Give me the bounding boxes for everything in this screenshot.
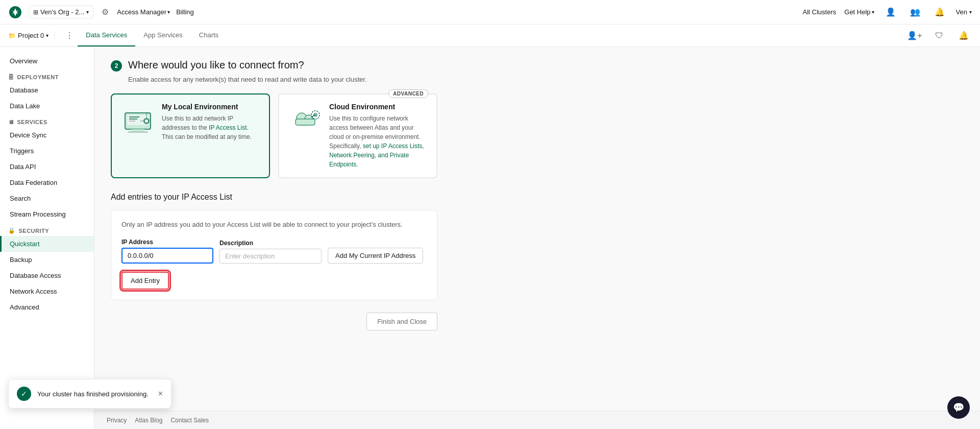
sidebar: Overview 🗄 Deployment Database Data Lake… bbox=[0, 47, 94, 343]
step-subtitle: Enable access for any network(s) that ne… bbox=[128, 76, 964, 83]
sidebar-item-triggers[interactable]: Triggers bbox=[0, 143, 94, 159]
local-env-illustration bbox=[120, 103, 156, 138]
ip-form-box: Only an IP address you add to your Acces… bbox=[111, 210, 437, 300]
sub-nav-tabs: Data Services App Services Charts bbox=[78, 25, 227, 46]
notifications-icon[interactable]: 🔔 bbox=[932, 4, 948, 20]
local-environment-card[interactable]: My Local Environment Use this to add net… bbox=[111, 93, 270, 178]
step-title: Where would you like to connect from? bbox=[128, 59, 304, 71]
bottom-actions: Finish and Close bbox=[111, 313, 437, 330]
ip-address-label: IP Address bbox=[121, 239, 213, 246]
sidebar-item-device-sync[interactable]: Device Sync bbox=[0, 127, 94, 143]
sidebar-item-data-api[interactable]: Data API bbox=[0, 159, 94, 175]
ip-access-list-link[interactable]: IP Access List. bbox=[209, 124, 249, 131]
deployment-icon: 🗄 bbox=[8, 74, 14, 80]
cloud-env-title: Cloud Environment bbox=[329, 103, 428, 111]
sub-navigation: 📁 Project 0 ▾ ⋮ Data Services App Servic… bbox=[0, 25, 980, 47]
svg-rect-6 bbox=[128, 131, 148, 133]
invite-user-icon[interactable]: 👥 bbox=[907, 4, 923, 20]
description-group: Description bbox=[219, 240, 322, 264]
sidebar-item-overview[interactable]: Overview bbox=[0, 53, 94, 69]
sidebar-item-database[interactable]: Database bbox=[0, 82, 94, 98]
user-profile-icon[interactable]: 👤 bbox=[883, 4, 899, 20]
top-navigation: ⊞ Ven's Org - 2... ▾ ⚙ Access Manager ▾ … bbox=[0, 0, 980, 25]
ip-address-input[interactable] bbox=[121, 248, 213, 264]
ip-form-description: Only an IP address you add to your Acces… bbox=[121, 221, 427, 228]
svg-point-8 bbox=[145, 120, 148, 123]
cloud-env-desc: Use this to configure network access bet… bbox=[329, 114, 428, 169]
all-clusters-link[interactable]: All Clusters bbox=[803, 8, 837, 16]
main-content: 2 Where would you like to connect from? … bbox=[94, 47, 980, 343]
setup-link[interactable]: set up IP Access Lists, Network Peering,… bbox=[329, 142, 424, 168]
description-label: Description bbox=[219, 240, 322, 247]
svg-rect-12 bbox=[296, 119, 315, 125]
project-more-button[interactable]: ⋮ bbox=[61, 29, 78, 42]
sidebar-section-deployment: 🗄 Deployment bbox=[0, 69, 94, 82]
local-env-desc: Use this to add network IP addresses to … bbox=[162, 114, 261, 141]
add-entry-button[interactable]: Add Entry bbox=[121, 272, 169, 290]
project-selector[interactable]: 📁 Project 0 ▾ bbox=[8, 32, 55, 39]
step-heading: 2 Where would you like to connect from? bbox=[111, 59, 964, 72]
sidebar-item-database-access[interactable]: Database Access bbox=[0, 268, 94, 283]
project-name: Project 0 bbox=[18, 32, 44, 39]
services-icon: 🖥 bbox=[8, 119, 14, 125]
user-invite-icon[interactable]: 👤+ bbox=[906, 28, 923, 44]
sidebar-item-search[interactable]: Search bbox=[0, 190, 94, 206]
org-selector[interactable]: ⊞ Ven's Org - 2... ▾ bbox=[29, 6, 93, 18]
ip-address-group: IP Address bbox=[121, 239, 213, 264]
atlas-logo[interactable] bbox=[8, 5, 22, 19]
tab-charts[interactable]: Charts bbox=[191, 25, 227, 46]
manage-access-icon[interactable]: 🛡 bbox=[931, 28, 947, 44]
billing-link[interactable]: Billing bbox=[176, 8, 194, 16]
sidebar-item-quickstart[interactable]: Quickstart bbox=[0, 236, 94, 252]
sidebar-section-services: 🖥 Services bbox=[0, 114, 94, 127]
step-number: 2 bbox=[111, 60, 122, 72]
sidebar-section-security: 🔒 Security bbox=[0, 222, 94, 236]
sidebar-item-advanced[interactable]: Advanced bbox=[0, 299, 94, 315]
security-icon: 🔒 bbox=[8, 227, 16, 234]
sidebar-item-backup[interactable]: Backup bbox=[0, 252, 94, 268]
local-env-content: My Local Environment Use this to add net… bbox=[162, 103, 261, 141]
ip-form-row: IP Address Description Add My Current IP… bbox=[121, 239, 427, 264]
tab-app-services[interactable]: App Services bbox=[135, 25, 191, 46]
org-name: Ven's Org - 2... bbox=[40, 8, 84, 16]
notification-bell-icon[interactable]: 🔔 bbox=[955, 28, 972, 44]
sidebar-item-stream-processing[interactable]: Stream Processing bbox=[0, 206, 94, 222]
sidebar-item-data-lake[interactable]: Data Lake bbox=[0, 98, 94, 114]
cloud-env-content: Cloud Environment Use this to configure … bbox=[329, 103, 428, 169]
sidebar-item-network-access[interactable]: Network Access bbox=[0, 283, 94, 299]
tab-data-services[interactable]: Data Services bbox=[78, 25, 135, 46]
cloud-env-illustration bbox=[287, 103, 323, 138]
advanced-badge: ADVANCED bbox=[388, 89, 428, 98]
user-menu[interactable]: Ven ▾ bbox=[956, 8, 972, 16]
add-current-ip-button[interactable]: Add My Current IP Address bbox=[328, 248, 423, 264]
environment-cards: My Local Environment Use this to add net… bbox=[111, 93, 437, 178]
finish-and-close-button[interactable]: Finish and Close bbox=[366, 313, 437, 330]
sidebar-item-data-federation[interactable]: Data Federation bbox=[0, 175, 94, 190]
ip-section-title: Add entries to your IP Access List bbox=[111, 193, 964, 202]
svg-rect-5 bbox=[131, 129, 144, 131]
cloud-environment-card[interactable]: ADVANCED Cloud Environment bbox=[278, 93, 437, 178]
local-env-title: My Local Environment bbox=[162, 103, 261, 111]
get-help-menu[interactable]: Get Help ▾ bbox=[844, 8, 874, 16]
access-manager-link[interactable]: Access Manager ▾ bbox=[117, 8, 170, 16]
gear-icon[interactable]: ⚙ bbox=[100, 5, 111, 19]
description-input[interactable] bbox=[219, 249, 322, 264]
